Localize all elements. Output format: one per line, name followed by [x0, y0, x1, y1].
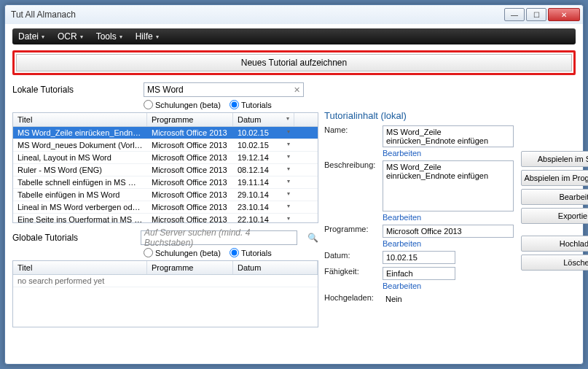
cell-date: 10.02.15: [233, 128, 294, 138]
date-value[interactable]: 10.02.15: [383, 251, 455, 264]
local-tutorials-grid: Titel Programme Datum MS Word_Zeile einr…: [12, 112, 318, 223]
menu-tools[interactable]: Tools: [96, 31, 122, 42]
local-grid-body[interactable]: MS Word_Zeile einrücken_Endnote einfü...…: [13, 127, 318, 223]
local-filter-value: MS Word: [147, 85, 184, 95]
global-search-placeholder: Auf Server suchen (mind. 4 Buchstaben): [144, 228, 294, 248]
local-tutorials-label: Lokale Tutorials: [12, 85, 136, 95]
edit-button[interactable]: Bearbeiten: [521, 189, 588, 205]
cell-programme: Microsoft Office 2013: [147, 152, 233, 163]
col-datum-global[interactable]: Datum: [233, 261, 318, 274]
cell-title: Tabelle schnell einfügen in MS Word: [13, 177, 147, 187]
cell-programme: Microsoft Office 2013: [147, 128, 233, 138]
edit-desc-link[interactable]: Bearbeiten: [383, 213, 514, 222]
cell-date: 08.12.14: [233, 165, 294, 175]
table-row[interactable]: Eine Seite ins Querformat in MS WordMicr…: [13, 214, 318, 223]
name-value[interactable]: MS Word_Zeile einrücken_Endnote einfügen: [383, 125, 514, 147]
local-grid-header: Titel Programme Datum: [13, 113, 318, 127]
record-button-highlight: Neues Tutorial aufzeichnen: [12, 50, 576, 75]
cell-title: Lineal in MS Word verbergen oder anzeig.…: [13, 202, 147, 212]
cell-programme: Microsoft Office 2013: [147, 177, 233, 187]
global-empty-row: no search performed yet: [13, 275, 318, 287]
cell-date: 19.11.14: [233, 177, 294, 187]
detail-heading: Tutorialinhalt (lokal): [324, 110, 514, 121]
menu-datei[interactable]: Datei: [18, 31, 44, 42]
table-row[interactable]: Tabelle schnell einfügen in MS WordMicro…: [13, 176, 318, 189]
titlebar: Tut All Almanach — ☐ ✕: [5, 5, 583, 24]
menu-hilfe[interactable]: Hilfe: [136, 31, 159, 42]
local-radio-group: Schulungen (beta) Tutorials: [144, 100, 318, 109]
cell-programme: Microsoft Office 2013: [147, 190, 233, 200]
cell-programme: Microsoft Office 2013: [147, 165, 233, 175]
close-button[interactable]: ✕: [548, 8, 580, 21]
col-programme-global[interactable]: Programme: [147, 261, 233, 274]
clear-filter-icon[interactable]: ✕: [294, 85, 300, 95]
maximize-button[interactable]: ☐: [526, 8, 546, 21]
global-tutorials-grid: Titel Programme Datum no search performe…: [12, 260, 318, 327]
action-buttons: Abspielen im Simulator Abspielen im Prog…: [521, 151, 588, 327]
table-row[interactable]: MS Word_Zeile einrücken_Endnote einfü...…: [13, 127, 318, 139]
table-row[interactable]: Tabelle einfügen in MS WordMicrosoft Off…: [13, 189, 318, 201]
global-search-input[interactable]: Auf Server suchen (mind. 4 Buchstaben): [141, 230, 297, 245]
desc-label: Beschreibung:: [324, 160, 383, 211]
right-column: Tutorialinhalt (lokal) Name: MS Word_Zei…: [324, 110, 588, 327]
date-label: Datum:: [324, 251, 383, 264]
cell-title: Eine Seite ins Querformat in MS Word: [13, 214, 147, 223]
global-radio-schulungen[interactable]: Schulungen (beta): [144, 248, 221, 257]
cell-date: 19.12.14: [233, 152, 294, 163]
app-window: Tut All Almanach — ☐ ✕ Datei OCR Tools H…: [4, 4, 584, 365]
prog-label: Programme:: [324, 225, 383, 238]
col-title[interactable]: Titel: [13, 113, 147, 126]
edit-skill-link[interactable]: Bearbeiten: [383, 281, 514, 290]
cell-programme: Microsoft Office 2013: [147, 140, 233, 150]
content-area: Datei OCR Tools Hilfe Neues Tutorial auf…: [5, 24, 583, 335]
skill-label: Fähigkeit:: [324, 267, 383, 280]
uploaded-label: Hochgeladen:: [324, 293, 383, 305]
global-tutorials-label: Globale Tutorials: [12, 233, 133, 243]
play-simulator-button[interactable]: Abspielen im Simulator: [521, 151, 588, 167]
local-radio-schulungen[interactable]: Schulungen (beta): [144, 100, 221, 109]
global-radio-tutorials[interactable]: Tutorials: [230, 248, 272, 257]
cell-date: 10.02.15: [233, 140, 294, 150]
col-title-global[interactable]: Titel: [13, 261, 147, 274]
table-row[interactable]: MS Word_neues Dokument (Vorlage) _Se...M…: [13, 139, 318, 152]
minimize-button[interactable]: —: [504, 8, 525, 21]
upload-button[interactable]: Hochladen: [521, 236, 588, 252]
cell-title: Ruler - MS Word (ENG): [13, 165, 147, 175]
skill-value[interactable]: Einfach: [383, 267, 455, 280]
export-button[interactable]: Exportieren: [521, 208, 588, 224]
cell-date: 22.10.14: [233, 214, 294, 223]
prog-value[interactable]: Microsoft Office 2013: [383, 225, 514, 238]
cell-date: 29.10.14: [233, 190, 294, 200]
table-row[interactable]: Lineal, Layout in MS WordMicrosoft Offic…: [13, 152, 318, 164]
cell-title: MS Word_Zeile einrücken_Endnote einfü...: [13, 128, 147, 138]
cell-title: MS Word_neues Dokument (Vorlage) _Se...: [13, 140, 147, 150]
edit-prog-link[interactable]: Bearbeiten: [383, 239, 514, 248]
left-column: Lokale Tutorials MS Word ✕ Schulungen (b…: [12, 82, 318, 327]
local-filter-input[interactable]: MS Word ✕: [144, 82, 304, 97]
global-grid-header: Titel Programme Datum: [13, 261, 318, 275]
window-controls: — ☐ ✕: [504, 8, 580, 21]
menu-ocr[interactable]: OCR: [58, 31, 83, 42]
desc-value[interactable]: MS Word_Zeile einrücken_Endnote einfügen: [383, 160, 514, 211]
cell-title: Lineal, Layout in MS Word: [13, 152, 147, 163]
window-title: Tut All Almanach: [11, 9, 504, 20]
col-datum[interactable]: Datum: [233, 113, 294, 126]
cell-title: Tabelle einfügen in MS Word: [13, 190, 147, 200]
local-radio-tutorials[interactable]: Tutorials: [230, 100, 272, 109]
delete-button[interactable]: Löschen: [521, 255, 588, 271]
global-radio-group: Schulungen (beta) Tutorials: [144, 248, 318, 257]
cell-programme: Microsoft Office 2013: [147, 202, 233, 212]
search-icon[interactable]: 🔍: [307, 233, 318, 243]
col-programme[interactable]: Programme: [147, 113, 233, 126]
detail-panel: Tutorialinhalt (lokal) Name: MS Word_Zei…: [324, 110, 514, 327]
menubar: Datei OCR Tools Hilfe: [12, 28, 576, 44]
table-row[interactable]: Ruler - MS Word (ENG)Microsoft Office 20…: [13, 164, 318, 176]
cell-programme: Microsoft Office 2013: [147, 214, 233, 223]
play-program-button[interactable]: Abspielen im Programm (beta): [521, 170, 588, 186]
name-label: Name:: [324, 125, 383, 147]
table-row[interactable]: Lineal in MS Word verbergen oder anzeig.…: [13, 201, 318, 214]
uploaded-value: Nein: [383, 293, 405, 305]
edit-name-link[interactable]: Bearbeiten: [383, 149, 514, 158]
cell-date: 23.10.14: [233, 202, 294, 212]
record-tutorial-button[interactable]: Neues Tutorial aufzeichnen: [16, 54, 572, 71]
